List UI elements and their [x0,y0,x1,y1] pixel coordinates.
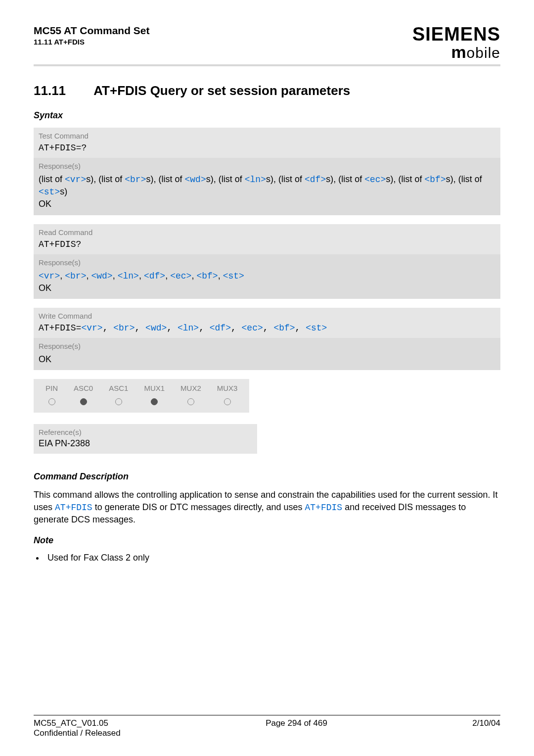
param-vr[interactable]: <vr> [81,323,102,333]
command-description-heading: Command Description [34,472,500,482]
open-circle-icon [187,398,194,405]
support-cell [101,394,136,409]
test-response-ok: OK [39,199,51,209]
support-header: MUX3 [209,382,246,394]
param-ln[interactable]: <ln> [178,323,199,333]
param-vr[interactable]: <vr> [65,175,86,185]
note-heading: Note [34,535,500,546]
command-description-text: This command allows the controlling appl… [34,489,500,525]
param-wd[interactable]: <wd> [145,323,167,333]
note-item: Used for Fax Class 2 only [44,553,500,563]
support-table: PINASC0ASC1MUX1MUX2MUX3 [34,379,249,413]
param-vr[interactable]: <vr> [39,271,60,281]
filled-circle-icon [151,398,158,405]
support-cell [209,394,246,409]
section-number: 11.11 [34,83,90,98]
atfdis-link-1[interactable]: AT+FDIS [55,503,92,513]
support-header: ASC1 [101,382,136,394]
param-ln[interactable]: <ln> [245,175,266,185]
support-header: MUX1 [136,382,173,394]
param-bf[interactable]: <bf> [273,323,295,333]
write-command-code: AT+FDIS=<vr>, <br>, <wd>, <ln>, <df>, <e… [34,322,500,338]
section-heading-text: AT+FDIS Query or set session parameters [93,83,350,98]
test-response-label: Response(s) [34,158,500,172]
support-header: ASC0 [66,382,101,394]
read-command-code: AT+FDIS? [34,238,500,254]
support-header: MUX2 [173,382,209,394]
write-response-label: Response(s) [34,338,500,352]
doc-title: MC55 AT Command Set [34,25,150,37]
param-ec[interactable]: <ec> [170,271,191,281]
syntax-heading: Syntax [34,110,500,121]
read-command-block: Read Command AT+FDIS? Response(s) <vr>, … [34,224,500,299]
param-ec[interactable]: <ec> [242,323,263,333]
read-response-body: <vr>, <br>, <wd>, <ln>, <df>, <ec>, <bf>… [34,269,500,299]
param-br[interactable]: <br> [65,271,86,281]
siemens-mobile-logo: mobile [412,44,500,61]
param-df[interactable]: <df> [144,271,165,281]
header-right: SIEMENS mobile [412,25,500,61]
write-command-block: Write Command AT+FDIS=<vr>, <br>, <wd>, … [34,308,500,370]
read-response-label: Response(s) [34,254,500,269]
note-list: Used for Fax Class 2 only [34,553,500,563]
header-left: MC55 AT Command Set 11.11 AT+FDIS [34,25,150,46]
write-command-label: Write Command [34,308,500,322]
siemens-logo: SIEMENS [412,25,500,44]
read-command-label: Read Command [34,224,500,238]
support-header: PIN [38,382,66,394]
param-st[interactable]: <st> [223,271,244,281]
write-response-ok: OK [39,354,51,364]
param-br[interactable]: <br> [125,175,146,185]
write-response-body: OK [34,352,500,370]
param-st[interactable]: <st> [39,187,60,197]
param-df[interactable]: <df> [210,323,231,333]
filled-circle-icon [80,398,87,405]
param-bf[interactable]: <bf> [196,271,218,281]
open-circle-icon [48,398,55,405]
footer-center: Page 294 of 469 [266,718,327,738]
reference-label: Reference(s) [34,424,257,437]
test-command-label: Test Command [34,128,500,142]
param-br[interactable]: <br> [113,323,134,333]
atfdis-link-2[interactable]: AT+FDIS [305,503,343,513]
header-section-ref: 11.11 AT+FDIS [34,38,150,46]
test-command-code: AT+FDIS=? [34,142,500,158]
param-ec[interactable]: <ec> [364,175,386,185]
open-circle-icon [115,398,122,405]
page-header: MC55 AT Command Set 11.11 AT+FDIS SIEMEN… [34,25,500,66]
param-st[interactable]: <st> [306,323,327,333]
open-circle-icon [224,398,231,405]
test-command-block: Test Command AT+FDIS=? Response(s) (list… [34,128,500,215]
reference-box: Reference(s) EIA PN-2388 [34,424,257,454]
param-wd[interactable]: <wd> [185,175,206,185]
support-cell [173,394,209,409]
read-response-ok: OK [39,283,51,293]
support-cell [136,394,173,409]
footer-left: MC55_ATC_V01.05 Confidential / Released [34,718,121,738]
param-wd[interactable]: <wd> [91,271,112,281]
page-footer: MC55_ATC_V01.05 Confidential / Released … [34,715,500,738]
param-df[interactable]: <df> [305,175,326,185]
param-ln[interactable]: <ln> [118,271,139,281]
support-cell [38,394,66,409]
footer-right: 2/10/04 [472,718,500,738]
param-bf[interactable]: <bf> [425,175,446,185]
test-response-body: (list of <vr>s), (list of <br>s), (list … [34,172,500,215]
reference-text: EIA PN-2388 [34,437,257,454]
section-title: 11.11 AT+FDIS Query or set session param… [34,83,500,98]
support-cell [66,394,101,409]
